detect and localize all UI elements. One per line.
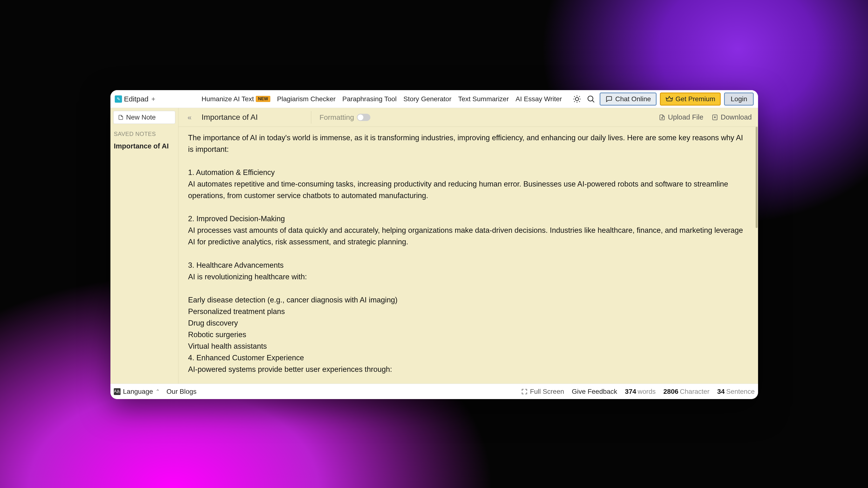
new-note-label: New Note <box>126 113 156 121</box>
top-actions: Chat Online Get Premium Login <box>572 93 754 105</box>
editor-paragraph: Early disease detection (e.g., cancer di… <box>188 294 745 375</box>
download-button[interactable]: Download <box>712 113 752 121</box>
new-note-button[interactable]: New Note <box>113 111 175 124</box>
note-title-input[interactable] <box>202 113 303 122</box>
theme-icon[interactable] <box>572 94 582 104</box>
login-button[interactable]: Login <box>724 93 754 105</box>
give-feedback-link[interactable]: Give Feedback <box>572 388 617 395</box>
premium-label: Get Premium <box>676 95 715 103</box>
download-label: Download <box>721 113 752 121</box>
nav-story[interactable]: Story Generator <box>403 95 452 103</box>
char-count: 2806Character <box>663 388 709 395</box>
nav-essay[interactable]: AI Essay Writer <box>516 95 562 103</box>
login-label: Login <box>731 95 747 103</box>
nav-humanize[interactable]: Humanize AI Text NEW <box>202 95 270 103</box>
header-actions: Upload File Download <box>659 113 752 121</box>
brand[interactable]: ✎ Editpad + <box>115 95 155 103</box>
scrollbar-thumb[interactable] <box>756 127 757 228</box>
nav-summarizer[interactable]: Text Summarizer <box>458 95 509 103</box>
editor-paragraph: 1. Automation & EfficiencyAI automates r… <box>188 167 745 201</box>
get-premium-button[interactable]: Get Premium <box>660 93 721 105</box>
fullscreen-label: Full Screen <box>530 388 564 395</box>
footer-right: Full Screen Give Feedback 374words 2806C… <box>521 388 755 395</box>
saved-notes-heading: SAVED NOTES <box>113 131 175 137</box>
nav-plagiarism[interactable]: Plagiarism Checker <box>277 95 336 103</box>
footer: Aあ Language ⌃ Our Blogs Full Screen Give… <box>111 384 758 399</box>
language-icon: Aあ <box>114 388 121 395</box>
nav-label: Humanize AI Text <box>202 95 254 103</box>
plus-icon[interactable]: + <box>151 95 155 103</box>
search-icon[interactable] <box>586 94 596 104</box>
app-window: ✎ Editpad + Humanize AI Text NEW Plagiar… <box>111 90 758 399</box>
svg-point-1 <box>588 96 593 101</box>
nav-paraphrase[interactable]: Paraphrasing Tool <box>342 95 397 103</box>
editor-paragraph: 2. Improved Decision-MakingAI processes … <box>188 213 745 248</box>
editor-paragraph: 3. Healthcare AdvancementsAI is revoluti… <box>188 260 745 283</box>
sidebar-item-importance-of-ai[interactable]: Importance of AI <box>113 141 175 152</box>
svg-point-0 <box>575 97 579 101</box>
divider <box>311 111 311 124</box>
chat-label: Chat Online <box>615 95 651 103</box>
chevron-up-icon: ⌃ <box>156 388 160 395</box>
our-blogs-link[interactable]: Our Blogs <box>166 388 197 395</box>
brand-name: Editpad <box>124 95 149 103</box>
upload-label: Upload File <box>668 113 703 121</box>
toggle-switch[interactable] <box>357 114 370 121</box>
formatting-label: Formatting <box>319 113 354 122</box>
formatting-toggle[interactable]: Formatting <box>319 113 370 122</box>
fullscreen-button[interactable]: Full Screen <box>521 388 564 395</box>
upload-file-button[interactable]: Upload File <box>659 113 703 121</box>
language-label: Language <box>123 388 153 395</box>
editor-paragraph: The importance of AI in today's world is… <box>188 132 745 155</box>
sentence-count: 34Sentence <box>717 388 755 395</box>
word-count: 374words <box>625 388 656 395</box>
sidebar: New Note SAVED NOTES Importance of AI <box>111 108 179 384</box>
language-button[interactable]: Aあ Language ⌃ <box>114 388 160 395</box>
topbar: ✎ Editpad + Humanize AI Text NEW Plagiar… <box>111 90 758 108</box>
collapse-sidebar-icon[interactable]: « <box>185 112 194 122</box>
content-header: « Formatting Upload File Download <box>179 108 758 127</box>
brand-icon: ✎ <box>115 95 122 103</box>
nav-links: Humanize AI Text NEW Plagiarism Checker … <box>202 95 562 103</box>
new-badge: NEW <box>256 96 270 102</box>
main: New Note SAVED NOTES Importance of AI « … <box>111 108 758 384</box>
editor-textarea[interactable]: The importance of AI in today's world is… <box>179 127 758 384</box>
content-area: « Formatting Upload File Download <box>179 108 758 384</box>
chat-online-button[interactable]: Chat Online <box>600 93 656 105</box>
